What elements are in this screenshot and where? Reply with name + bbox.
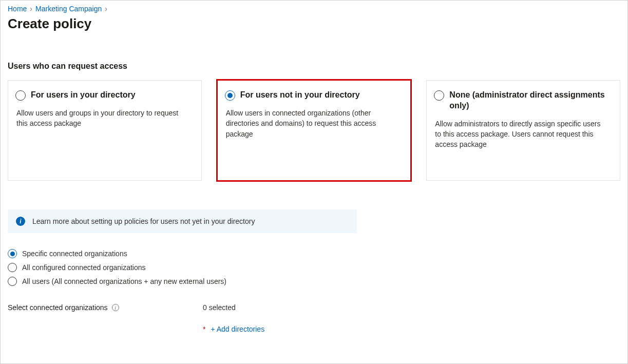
sub-option-group: Specific connected organizations All con… [8,248,620,286]
card-description: Allow users and groups in your directory… [15,108,192,129]
page-title: Create policy [8,16,620,32]
breadcrumb-marketing-campaign[interactable]: Marketing Campaign [35,5,102,13]
sub-option-specific[interactable]: Specific connected organizations [8,248,620,258]
connected-orgs-label-text: Select connected organizations [8,303,108,312]
request-access-card-row: For users in your directory Allow users … [8,80,620,181]
radio-icon [225,90,235,101]
card-description: Allow users in connected organizations (… [225,108,402,139]
radio-icon [8,249,17,258]
info-banner-text: Learn more about setting up policies for… [32,217,255,225]
card-description: Allow administrators to directly assign … [434,119,611,150]
sub-option-label: All configured connected organizations [22,263,146,272]
required-asterisk: * [203,325,205,333]
radio-icon [15,90,26,101]
card-title: For users in your directory [31,90,136,101]
info-icon: i [16,217,25,226]
sub-option-all-users[interactable]: All users (All connected organizations +… [8,276,620,286]
breadcrumb: Home › Marketing Campaign › [8,5,620,13]
connected-orgs-row: Select connected organizations i 0 selec… [8,303,620,333]
info-banner[interactable]: i Learn more about setting up policies f… [8,209,357,233]
sub-option-label: Specific connected organizations [22,250,127,258]
add-directories-link[interactable]: + Add directories [211,325,264,333]
radio-icon [434,90,444,101]
breadcrumb-home[interactable]: Home [8,5,27,13]
sub-option-label: All users (All connected organizations +… [22,277,226,285]
card-in-directory[interactable]: For users in your directory Allow users … [8,80,202,181]
info-icon[interactable]: i [112,304,119,311]
section-heading: Users who can request access [8,62,620,71]
card-none[interactable]: None (administrator direct assignments o… [426,80,620,181]
radio-icon [8,263,17,272]
connected-orgs-label: Select connected organizations i [8,303,203,312]
card-title: For users not in your directory [240,90,360,101]
selected-count: 0 selected [203,303,264,312]
card-title: None (administrator direct assignments o… [449,90,611,111]
radio-icon [8,277,17,286]
card-not-in-directory[interactable]: For users not in your directory Allow us… [217,80,411,181]
sub-option-all-configured[interactable]: All configured connected organizations [8,262,620,272]
chevron-right-icon: › [105,5,107,13]
chevron-right-icon: › [30,5,32,13]
